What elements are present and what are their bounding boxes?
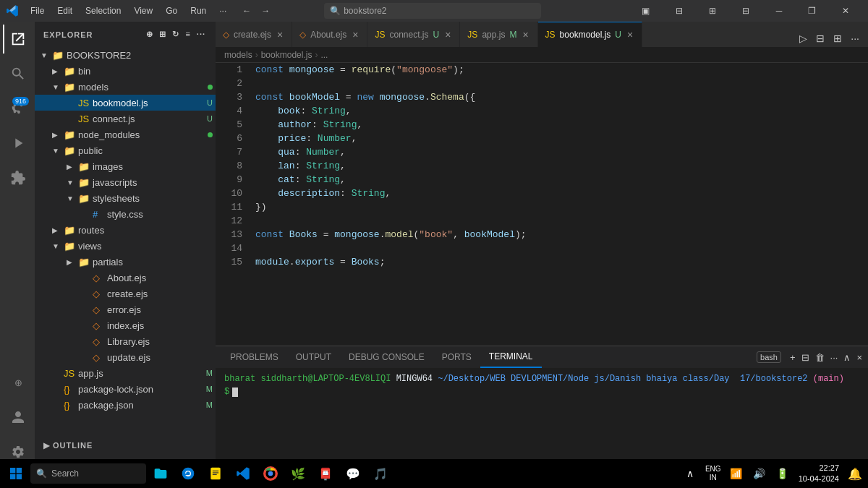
sidebar-item-error-ejs[interactable]: ◇ error.ejs bbox=[35, 301, 216, 317]
taskbar-notepad[interactable] bbox=[203, 461, 229, 487]
run-debug-activity-icon[interactable] bbox=[3, 129, 32, 158]
sidebar-item-stylesheets[interactable]: ▼ 📁 stylesheets bbox=[35, 190, 216, 206]
panel-collapse-icon[interactable]: ∧ bbox=[843, 352, 851, 363]
taskbar-chrome[interactable] bbox=[258, 461, 284, 487]
new-folder-icon[interactable]: ⊞ bbox=[158, 28, 168, 40]
taskbar-explorer[interactable] bbox=[148, 461, 174, 487]
menu-go[interactable]: Go bbox=[160, 4, 183, 17]
layout-icon[interactable]: ▣ bbox=[629, 0, 663, 22]
tab-debug-console[interactable]: DEBUG CONSOLE bbox=[340, 346, 433, 368]
sidebar-item-package-json[interactable]: {} package.json M bbox=[35, 397, 216, 413]
tab-connect-js[interactable]: JS connect.js U × bbox=[367, 22, 460, 47]
source-control-activity-icon[interactable]: 916 bbox=[3, 94, 32, 123]
taskbar-volume-icon[interactable]: 🔊 bbox=[749, 461, 770, 487]
menu-selection[interactable]: Selection bbox=[80, 4, 127, 17]
taskbar-edge[interactable] bbox=[175, 461, 201, 487]
terminal-content[interactable]: bharat siddharth@LAPTOP-4EV8LIQI MINGW64… bbox=[216, 368, 868, 472]
tab-about-ejs[interactable]: ◇ About.ejs × bbox=[292, 22, 367, 47]
sidebar-item-public[interactable]: ▼ 📁 public bbox=[35, 142, 216, 158]
refresh-icon[interactable]: ↻ bbox=[171, 28, 181, 40]
tab-close-button[interactable]: × bbox=[276, 29, 284, 40]
taskbar-battery-icon[interactable]: 🔋 bbox=[773, 461, 793, 487]
breadcrumb-models[interactable]: models bbox=[224, 50, 252, 60]
taskbar-mongodb[interactable]: 🌿 bbox=[285, 461, 311, 487]
sidebar-item-routes[interactable]: ▶ 📁 routes bbox=[35, 222, 216, 238]
tab-problems[interactable]: PROBLEMS bbox=[221, 346, 287, 368]
tab-app-js[interactable]: JS app.js M × bbox=[460, 22, 537, 47]
taskbar-search-box[interactable]: 🔍 Search bbox=[30, 463, 146, 484]
sidebar-item-library-ejs[interactable]: ◇ Library.ejs bbox=[35, 333, 216, 349]
sidebar-more-icon[interactable]: ··· bbox=[195, 28, 207, 40]
sidebar-item-models[interactable]: ▼ 📁 models bbox=[35, 79, 216, 95]
minimize-button[interactable]: ─ bbox=[762, 0, 796, 22]
more-actions-icon[interactable]: ··· bbox=[848, 30, 862, 47]
menu-file[interactable]: File bbox=[25, 4, 50, 17]
taskbar-network-icon[interactable]: 📶 bbox=[726, 461, 746, 487]
panel-close-icon[interactable]: × bbox=[856, 352, 862, 363]
tab-create-ejs[interactable]: ◇ create.ejs × bbox=[216, 22, 292, 47]
sidebar-item-connect[interactable]: JS connect.js U bbox=[35, 111, 216, 127]
layout2-icon[interactable]: ⊟ bbox=[663, 0, 696, 22]
tab-close-button[interactable]: × bbox=[626, 29, 634, 40]
taskbar-notification-icon[interactable]: 🔔 bbox=[845, 461, 865, 487]
code-content[interactable]: const mongoose = require("mongoose"); co… bbox=[248, 63, 868, 346]
layout4-icon[interactable]: ⊟ bbox=[729, 0, 762, 22]
new-terminal-icon[interactable]: + bbox=[790, 352, 796, 363]
tab-close-button[interactable]: × bbox=[443, 29, 452, 40]
sidebar-item-about-ejs[interactable]: ◇ About.ejs bbox=[35, 270, 216, 286]
sidebar-item-bin[interactable]: ▶ 📁 bin bbox=[35, 63, 216, 79]
sidebar-item-bookmodel[interactable]: JS bookmodel.js U bbox=[35, 95, 216, 111]
taskbar-discord[interactable]: 💬 bbox=[340, 461, 366, 487]
split-editor-icon[interactable]: ⊟ bbox=[813, 30, 827, 47]
panel-more-icon[interactable]: ··· bbox=[830, 352, 838, 363]
new-file-icon[interactable]: ⊕ bbox=[145, 28, 155, 40]
explorer-activity-icon[interactable] bbox=[3, 25, 32, 53]
extensions-activity-icon[interactable] bbox=[3, 163, 32, 192]
breadcrumb-more[interactable]: ... bbox=[320, 50, 328, 60]
sidebar-item-app-js[interactable]: JS app.js M bbox=[35, 365, 216, 381]
collapse-all-icon[interactable]: ≡ bbox=[184, 28, 192, 40]
close-button[interactable]: ✕ bbox=[829, 0, 862, 22]
sidebar-item-index-ejs[interactable]: ◇ index.ejs bbox=[35, 317, 216, 333]
tab-close-button[interactable]: × bbox=[351, 29, 359, 40]
menu-more[interactable]: ··· bbox=[213, 4, 232, 17]
sidebar-item-style-css[interactable]: # style.css bbox=[35, 206, 216, 222]
tab-terminal[interactable]: TERMINAL bbox=[480, 346, 542, 368]
run-icon[interactable]: ▷ bbox=[796, 30, 810, 47]
code-editor[interactable]: 1 2 3 4 5 6 7 8 9 10 11 12 13 14 15 cons… bbox=[216, 63, 868, 346]
sidebar-item-package-lock[interactable]: {} package-lock.json M bbox=[35, 381, 216, 397]
restore-button[interactable]: ❐ bbox=[796, 0, 829, 22]
tab-output[interactable]: OUTPUT bbox=[287, 346, 340, 368]
menu-edit[interactable]: Edit bbox=[51, 4, 78, 17]
tab-ports[interactable]: PORTS bbox=[433, 346, 480, 368]
project-root[interactable]: ▼ 📁 BOOKSTORE2 bbox=[35, 47, 216, 63]
layout3-icon[interactable]: ⊞ bbox=[696, 0, 729, 22]
outline-header[interactable]: ▶ OUTLINE bbox=[35, 437, 216, 453]
kill-terminal-icon[interactable]: 🗑 bbox=[815, 352, 825, 363]
tab-bookmodel-js[interactable]: JS bookmodel.js U × bbox=[538, 22, 643, 47]
sidebar-item-update-ejs[interactable]: ◇ update.ejs bbox=[35, 349, 216, 365]
menu-view[interactable]: View bbox=[128, 4, 158, 17]
taskbar-clock[interactable]: 22:27 10-04-2024 bbox=[796, 463, 842, 485]
taskbar-lang[interactable]: ENGIN bbox=[703, 461, 723, 487]
sidebar-item-create-ejs[interactable]: ◇ create.ejs bbox=[35, 286, 216, 301]
taskbar-vscode[interactable] bbox=[230, 461, 256, 487]
taskbar-chevron[interactable]: ∧ bbox=[680, 461, 700, 487]
search-activity-icon[interactable] bbox=[3, 59, 32, 88]
titlebar-search[interactable]: 🔍 bookstore2 bbox=[324, 3, 541, 19]
breadcrumb-filename[interactable]: bookmodel.js bbox=[261, 50, 312, 60]
sidebar-item-views[interactable]: ▼ 📁 views bbox=[35, 238, 216, 254]
sidebar-item-images[interactable]: ▶ 📁 images bbox=[35, 158, 216, 174]
tab-close-button[interactable]: × bbox=[521, 29, 529, 40]
editor-layout-icon[interactable]: ⊞ bbox=[830, 30, 845, 47]
sidebar-item-node-modules[interactable]: ▶ 📁 node_modules bbox=[35, 127, 216, 142]
nav-forward-button[interactable]: → bbox=[257, 2, 274, 20]
taskbar-start-button[interactable] bbox=[3, 461, 29, 487]
sidebar-item-javascripts[interactable]: ▼ 📁 javascripts bbox=[35, 174, 216, 190]
split-terminal-icon[interactable]: ⊟ bbox=[801, 352, 809, 363]
taskbar-media[interactable]: 🎵 bbox=[367, 461, 393, 487]
taskbar-postman[interactable]: 📮 bbox=[312, 461, 339, 487]
sidebar-item-partials[interactable]: ▶ 📁 partials bbox=[35, 254, 216, 270]
account-activity-icon[interactable] bbox=[3, 403, 32, 432]
remote-activity-icon[interactable]: ⊕ bbox=[3, 368, 32, 397]
